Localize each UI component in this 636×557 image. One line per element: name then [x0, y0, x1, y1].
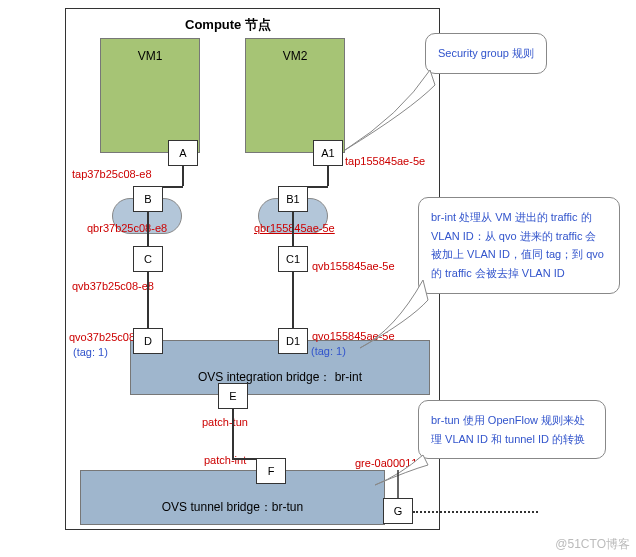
port-C: C — [133, 246, 163, 272]
callout-tails — [0, 0, 636, 557]
port-D: D — [133, 328, 163, 354]
port-B: B — [133, 186, 163, 212]
port-D1: D1 — [278, 328, 308, 354]
diagram-canvas: Compute 节点 VM1 VM2 OVS integration bridg… — [0, 0, 636, 557]
port-B1: B1 — [278, 186, 308, 212]
port-E: E — [218, 383, 248, 409]
port-A1: A1 — [313, 140, 343, 166]
port-A: A — [168, 140, 198, 166]
port-F: F — [256, 458, 286, 484]
port-C1: C1 — [278, 246, 308, 272]
port-G: G — [383, 498, 413, 524]
